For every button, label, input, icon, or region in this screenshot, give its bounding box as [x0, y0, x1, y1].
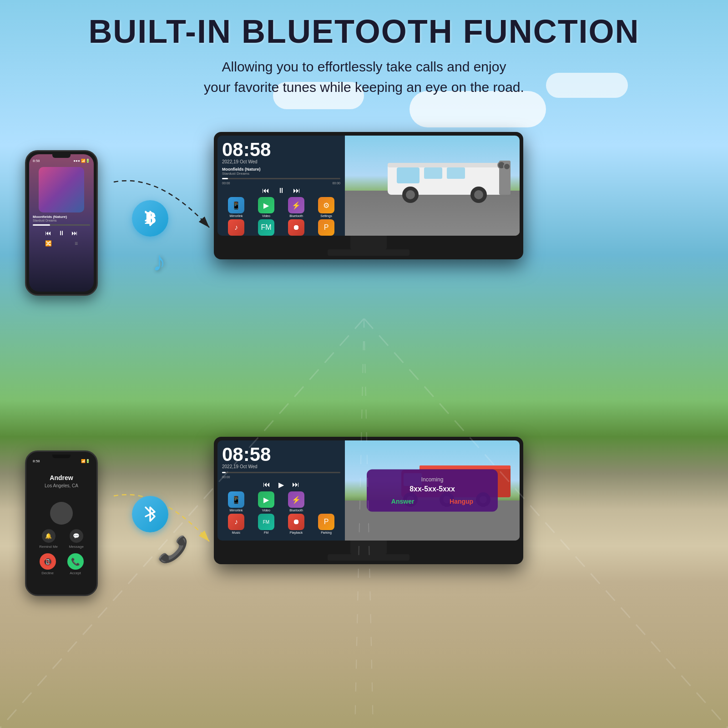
app-settings-top[interactable]: ⚙ Settings — [312, 197, 340, 217]
background — [0, 0, 728, 728]
phone-music: 8:58 ●●● 📶🔋 Moonfields (Nature) Stardust… — [25, 150, 98, 296]
playback-icon-b: ⏺ — [288, 514, 304, 530]
phone-call-screen: 8:58 📶🔋 Andrew Los Angeles, CA 🔔 Remind … — [29, 455, 94, 592]
parking-icon: P — [318, 219, 334, 236]
svg-rect-8 — [424, 167, 442, 179]
fm-label-b: FM — [264, 531, 268, 534]
caller-location: Los Angeles, CA — [34, 483, 89, 488]
car-screen-bottom: 08:58 2022,19 Oct Wed 00:00 ⏮ ▶ ⏭ 📱 — [217, 440, 520, 541]
bluetooth-icon-b: ⚡ — [288, 491, 304, 508]
mirrorlink-icon-b: 📱 — [228, 491, 244, 508]
top-next[interactable]: ⏭ — [293, 187, 300, 195]
top-media-controls: ⏮ ⏸ ⏭ — [222, 187, 340, 195]
caller-avatar — [50, 502, 73, 525]
app-playback-bottom[interactable]: ⏺ Playback — [282, 514, 310, 534]
app-video-bottom[interactable]: ▶ Video — [252, 491, 280, 512]
top-progress-fill — [222, 178, 228, 179]
subtitle-line2: your favorite tunes while keeping an eye… — [204, 80, 524, 95]
top-pause[interactable]: ⏸ — [278, 187, 285, 195]
mirrorlink-icon: 📱 — [228, 197, 244, 213]
bluetooth-icon-top: 𝐁 — [132, 200, 168, 237]
svg-point-14 — [406, 190, 415, 199]
phone-call-time: 8:58 — [33, 459, 40, 463]
top-prev[interactable]: ⏮ — [262, 187, 269, 195]
settings-label: Settings — [320, 214, 332, 217]
phone-progress — [33, 224, 50, 226]
app-mirrorlink-top[interactable]: 📱 Mirrorlink — [222, 197, 250, 217]
bluetooth-label-b: Bluetooth — [289, 509, 303, 512]
app-playback-top[interactable]: ⏺ Playback — [282, 219, 310, 236]
bottom-prev[interactable]: ⏮ — [263, 480, 270, 489]
shuffle-icon: 🔀 — [45, 240, 52, 247]
video-label-b: Video — [262, 509, 270, 512]
main-title: BUILT-IN BLUETOOTH FUNCTION — [9, 14, 719, 50]
prev-icon: ⏮ — [45, 229, 51, 237]
message-label: Message — [69, 545, 83, 549]
app-parking-bottom[interactable]: P Parking — [312, 514, 340, 534]
parking-icon-b: P — [318, 514, 334, 530]
bluetooth-app-icon: ⚡ — [288, 197, 304, 213]
app-empty-bottom — [312, 491, 340, 512]
app-parking-top[interactable]: P Parking — [312, 219, 340, 236]
phone-music-time: 8:58 — [33, 159, 40, 163]
rv-vehicle-svg — [379, 149, 515, 208]
svg-rect-9 — [447, 167, 465, 179]
top-progress-bar — [222, 178, 340, 179]
answer-button[interactable]: Answer — [391, 498, 415, 505]
app-fm-bottom[interactable]: FM FM — [252, 514, 280, 534]
monitor-stand-top — [350, 236, 387, 249]
screen-left-bottom: 08:58 2022,19 Oct Wed 00:00 ⏮ ▶ ⏭ 📱 — [217, 440, 345, 541]
bottom-play[interactable]: ▶ — [278, 480, 284, 489]
bottom-media-controls: ⏮ ▶ ⏭ — [222, 480, 340, 489]
monitor-base-bottom — [328, 554, 410, 561]
svg-rect-6 — [388, 163, 506, 167]
top-time: 08:58 — [222, 140, 340, 159]
bottom-next[interactable]: ⏭ — [292, 480, 299, 489]
mirrorlink-label-b: Mirrorlink — [230, 509, 243, 512]
phone-music-controls: ⏮ ⏸ ⏭ — [29, 229, 94, 237]
decline-area[interactable]: 📵 Decline — [40, 553, 56, 575]
header: BUILT-IN BLUETOOTH FUNCTION Allowing you… — [0, 0, 728, 102]
music-note-icon: ♪ — [152, 246, 166, 277]
phone-number-display: 8xx-5xx-5xxx — [374, 485, 491, 493]
hangup-button[interactable]: Hangup — [450, 498, 473, 505]
message-btn[interactable]: 💬 Message — [69, 529, 83, 549]
monitor-top: 08:58 2022,19 Oct Wed Moonfields (Nature… — [214, 132, 523, 259]
bottom-app-grid: 📱 Mirrorlink ▶ Video ⚡ Bluetooth ♪ — [222, 491, 340, 534]
app-bluetooth-bottom[interactable]: ⚡ Bluetooth — [282, 491, 310, 512]
call-overlay-buttons: Answer Hangup — [374, 498, 491, 505]
remind-me-btn[interactable]: 🔔 Remind Me — [39, 529, 58, 549]
screen-right-top — [345, 136, 520, 236]
playback-label-b: Playback — [290, 531, 303, 534]
fm-icon: FM — [258, 219, 274, 236]
video-label: Video — [262, 214, 270, 217]
bluetooth-app-label: Bluetooth — [289, 214, 303, 217]
phone-call-actions: 🔔 Remind Me 💬 Message — [34, 529, 89, 549]
bt-svg-bottom — [141, 503, 159, 526]
bluetooth-icon-bottom — [132, 496, 168, 532]
car-screen-top: 08:58 2022,19 Oct Wed Moonfields (Nature… — [217, 136, 520, 236]
pause-icon: ⏸ — [58, 229, 65, 237]
call-answer-area: 📵 Decline 📞 Accept — [34, 553, 89, 575]
svg-point-12 — [504, 163, 510, 170]
bottom-timestamps: 00:00 — [222, 475, 340, 479]
svg-rect-19 — [420, 465, 511, 469]
app-fm-top[interactable]: FM FM — [252, 219, 280, 236]
accept-label: Accept — [70, 571, 81, 575]
app-music-top[interactable]: ♪ Music — [222, 219, 250, 236]
bottom-time: 08:58 — [222, 445, 340, 464]
video-icon-b: ▶ — [258, 491, 274, 508]
album-art — [39, 167, 84, 212]
app-bluetooth-top[interactable]: ⚡ Bluetooth — [282, 197, 310, 217]
playback-icon: ⏺ — [288, 219, 304, 236]
subtitle-line1: Allowing you to effortlessly take calls … — [222, 59, 506, 74]
music-icon: ♪ — [228, 219, 244, 236]
monitor-bottom-screen: 08:58 2022,19 Oct Wed 00:00 ⏮ ▶ ⏭ 📱 — [217, 440, 520, 541]
accept-area[interactable]: 📞 Accept — [67, 553, 84, 575]
music-label-b: Music — [232, 531, 240, 534]
app-mirrorlink-bottom[interactable]: 📱 Mirrorlink — [222, 491, 250, 512]
subtitle: Allowing you to effortlessly take calls … — [9, 56, 719, 97]
screen-left-top: 08:58 2022,19 Oct Wed Moonfields (Nature… — [217, 136, 345, 236]
app-video-top[interactable]: ▶ Video — [252, 197, 280, 217]
app-music-bottom[interactable]: ♪ Music — [222, 514, 250, 534]
